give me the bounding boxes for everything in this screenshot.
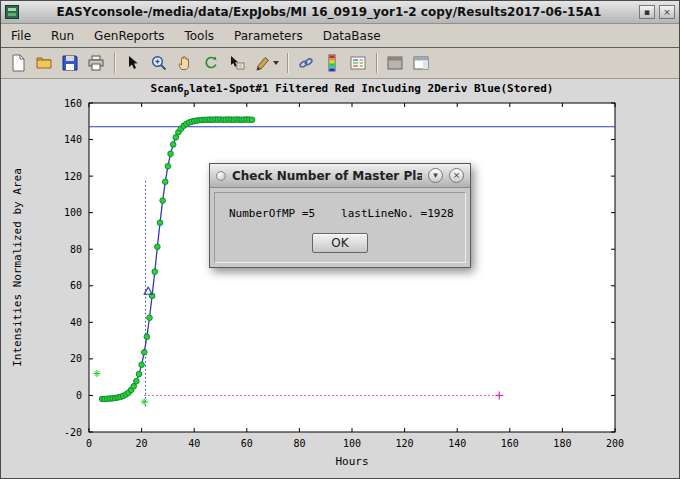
menu-file[interactable]: File (10, 27, 32, 45)
open-file-button[interactable] (32, 51, 56, 75)
rotate-arrow-icon (202, 54, 220, 72)
printer-icon (87, 54, 105, 72)
y-tick-label: 20 (70, 353, 82, 364)
dialog-title: Check Number of Master Pla... (232, 169, 422, 183)
insert-colorbar-button[interactable] (320, 51, 344, 75)
dialog-message: NumberOfMP =5 lastLineNo. =1928 (229, 207, 451, 220)
show-plot-tools-button[interactable] (409, 51, 433, 75)
x-tick-label: 120 (396, 438, 414, 449)
y-tick-label: 120 (64, 171, 82, 182)
title-bar[interactable]: EASYconsole-/media/data/ExpJobs/MI 16_09… (1, 1, 679, 24)
y-tick-label: 0 (76, 390, 82, 401)
pan-button[interactable] (173, 51, 197, 75)
menu-bar: FileRunGenReportsToolsParametersDataBase (1, 24, 679, 48)
app-window: EASYconsole-/media/data/ExpJobs/MI 16_09… (0, 0, 680, 479)
data-cursor-button[interactable] (225, 51, 249, 75)
data-cursor-icon (228, 54, 246, 72)
close-button[interactable]: × (659, 5, 675, 19)
menu-run[interactable]: Run (50, 27, 75, 45)
shade-button[interactable]: ▪ (639, 5, 655, 19)
toolbar-separator (376, 53, 377, 73)
link-plots-button[interactable] (294, 51, 318, 75)
x-tick-label: 160 (501, 438, 519, 449)
open-folder-icon (35, 54, 53, 72)
x-tick-label: 20 (136, 438, 148, 449)
edit-plot-button[interactable] (121, 51, 145, 75)
x-tick-label: 180 (553, 438, 571, 449)
y-tick-label: 160 (64, 98, 82, 109)
check-master-plates-dialog: Check Number of Master Pla... ▾ × Number… (209, 163, 471, 268)
legend-icon (349, 54, 367, 72)
menu-tools[interactable]: Tools (183, 27, 215, 45)
chain-link-icon (297, 54, 315, 72)
toolbar-separator (287, 53, 288, 73)
dialog-icon (216, 171, 226, 181)
brush-icon (254, 54, 272, 72)
y-tick-label: 140 (64, 134, 82, 145)
new-figure-icon (9, 54, 27, 72)
menu-database[interactable]: DataBase (322, 27, 382, 45)
dialog-message-lastlineno: lastLineNo. =1928 (341, 207, 454, 220)
app-icon (5, 5, 19, 19)
ok-button[interactable]: OK (312, 233, 367, 253)
y-tick-label: -20 (64, 427, 82, 438)
y-tick-label: 100 (64, 207, 82, 218)
x-tick-label: 80 (293, 438, 305, 449)
chart-title: Scan6plate1-Spot#1 Filtered Red Includin… (151, 82, 554, 97)
print-figure-button[interactable] (84, 51, 108, 75)
y-tick-label: 80 (70, 244, 82, 255)
x-tick-label: 100 (343, 438, 361, 449)
x-tick-label: 140 (448, 438, 466, 449)
new-figure-button[interactable] (6, 51, 30, 75)
y-tick-label: 40 (70, 317, 82, 328)
brush-button[interactable] (251, 51, 281, 75)
save-figure-button[interactable] (58, 51, 82, 75)
figure-area: 020406080100120140160180200-200204060801… (1, 79, 679, 478)
y-axis-label: Intensities Normalized by Area (11, 168, 24, 367)
x-tick-label: 40 (188, 438, 200, 449)
dialog-close-button[interactable]: × (449, 168, 464, 183)
magnifier-plus-icon (150, 54, 168, 72)
y-tick-label: 60 (70, 280, 82, 291)
x-axis-label: Hours (335, 455, 368, 468)
window-panel-icon (412, 54, 430, 72)
hide-plot-tools-button[interactable] (383, 51, 407, 75)
chart-canvas: 020406080100120140160180200-200204060801… (1, 79, 679, 478)
floppy-save-icon (61, 54, 79, 72)
dropdown-caret-icon (273, 61, 279, 65)
dialog-title-bar[interactable]: Check Number of Master Pla... ▾ × (210, 164, 470, 188)
x-tick-label: 200 (606, 438, 624, 449)
dialog-minimize-button[interactable]: ▾ (428, 168, 443, 183)
hand-icon (176, 54, 194, 72)
toolbar-separator (114, 53, 115, 73)
window-title: EASYconsole-/media/data/ExpJobs/MI 16_09… (23, 5, 635, 19)
x-tick-label: 60 (241, 438, 253, 449)
window-gray-icon (386, 54, 404, 72)
dialog-message-numberofmp: NumberOfMP =5 (229, 207, 315, 220)
insert-legend-button[interactable] (346, 51, 370, 75)
arrow-cursor-icon (124, 54, 142, 72)
rotate-3d-button[interactable] (199, 51, 223, 75)
zoom-in-button[interactable] (147, 51, 171, 75)
menu-genreports[interactable]: GenReports (93, 27, 165, 45)
figure-toolbar (1, 48, 679, 79)
dialog-body: NumberOfMP =5 lastLineNo. =1928 OK (214, 192, 466, 263)
colorbar-icon (323, 54, 341, 72)
x-tick-label: 0 (86, 438, 92, 449)
menu-parameters[interactable]: Parameters (233, 27, 304, 45)
